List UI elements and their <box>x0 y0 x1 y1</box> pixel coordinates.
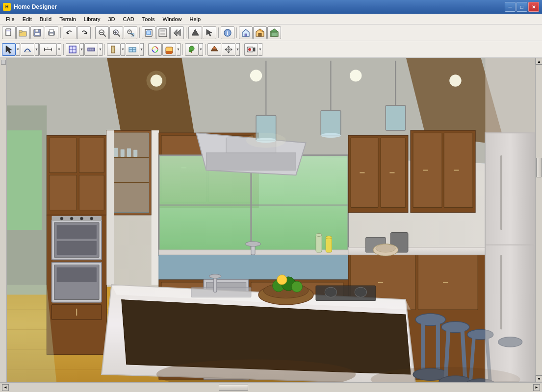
svg-rect-40 <box>271 32 277 36</box>
menu-edit[interactable]: Edit <box>19 15 36 23</box>
svg-text:1': 1' <box>47 47 49 49</box>
measure-dropdown-arrow[interactable]: ▼ <box>57 43 61 56</box>
svg-rect-3 <box>19 30 22 32</box>
save-button[interactable] <box>30 26 44 39</box>
menu-help[interactable]: Help <box>186 15 205 23</box>
open-button[interactable] <box>16 26 30 39</box>
close-button[interactable]: ✕ <box>528 2 539 12</box>
house-front-button[interactable] <box>267 26 281 39</box>
svg-line-19 <box>131 34 133 36</box>
door-button[interactable] <box>107 43 121 56</box>
color-button[interactable] <box>148 43 162 56</box>
door-dropdown-arrow[interactable]: ▼ <box>121 43 125 56</box>
scroll-left-arrow[interactable]: ◄ <box>2 384 9 391</box>
svg-point-218 <box>350 70 361 81</box>
new-button[interactable] <box>2 26 16 39</box>
svg-line-16 <box>118 34 120 36</box>
svg-point-110 <box>80 217 83 220</box>
room-tool-button[interactable] <box>66 43 79 56</box>
menu-build[interactable]: Build <box>36 15 55 23</box>
svg-rect-176 <box>326 238 332 252</box>
arc-dropdown-arrow[interactable]: ▼ <box>35 43 39 56</box>
zoom-box-button[interactable] <box>124 26 137 39</box>
record-button[interactable] <box>244 43 258 56</box>
house-3d-button[interactable] <box>253 26 267 39</box>
paint-dropdown-arrow[interactable]: ▼ <box>177 43 181 56</box>
left-panel-handle[interactable] <box>1 60 6 65</box>
select-button[interactable] <box>2 43 16 56</box>
svg-rect-38 <box>258 33 261 36</box>
svg-rect-35 <box>245 34 247 36</box>
window-dropdown-arrow[interactable]: ▼ <box>140 43 144 56</box>
svg-rect-90 <box>49 138 77 172</box>
svg-point-108 <box>60 217 63 220</box>
print-button[interactable] <box>45 26 58 39</box>
info-button[interactable]: i <box>221 26 234 39</box>
scroll-right-arrow[interactable]: ► <box>533 384 540 391</box>
toolbar-2: ▼ ▼ 1' ▼ ▼ ▼ <box>0 41 542 58</box>
arrow-up2-button[interactable] <box>207 43 221 56</box>
arc-tool-button[interactable] <box>21 43 34 56</box>
separator-tb2-4 <box>182 44 183 55</box>
svg-rect-150 <box>386 105 406 130</box>
wall-dropdown-arrow[interactable]: ▼ <box>99 43 103 56</box>
window-tool-button[interactable] <box>126 43 139 56</box>
terrain-plant-button[interactable] <box>185 43 199 56</box>
measure-button[interactable]: 1' <box>39 43 57 56</box>
arrow-up-button[interactable] <box>188 26 202 39</box>
house-plan-button[interactable] <box>239 26 253 39</box>
svg-point-198 <box>355 287 366 297</box>
move-button[interactable] <box>222 43 235 56</box>
separator-1 <box>60 27 61 38</box>
scroll-thumb[interactable] <box>536 158 542 177</box>
svg-point-217 <box>250 70 262 81</box>
canvas-area[interactable] <box>7 58 535 382</box>
record-dropdown-arrow[interactable]: ▼ <box>258 43 262 56</box>
terrain-dropdown-arrow[interactable]: ▼ <box>199 43 203 56</box>
separator-2 <box>93 27 93 38</box>
zoom-out-button[interactable] <box>95 26 109 39</box>
redo-button[interactable] <box>77 26 91 39</box>
menu-window[interactable]: Window <box>158 15 185 23</box>
zoom-in-button[interactable] <box>109 26 123 39</box>
svg-rect-95 <box>109 133 149 213</box>
cursor-button[interactable] <box>203 26 216 39</box>
wall-tool-button[interactable] <box>84 43 98 56</box>
minimize-button[interactable]: ─ <box>505 2 516 12</box>
separator-tb2-1 <box>63 44 64 55</box>
svg-point-67 <box>189 50 192 52</box>
paint-button[interactable] <box>162 43 176 56</box>
h-scroll-track[interactable] <box>11 384 531 391</box>
svg-line-12 <box>103 34 105 36</box>
menu-tools[interactable]: Tools <box>138 15 159 23</box>
separator-4 <box>186 27 186 38</box>
svg-marker-29 <box>177 29 181 36</box>
svg-text:i: i <box>227 30 229 36</box>
undo-button[interactable] <box>63 26 77 39</box>
scroll-track[interactable] <box>536 65 542 375</box>
svg-rect-106 <box>57 241 97 255</box>
svg-point-109 <box>70 217 73 220</box>
svg-rect-91 <box>79 138 104 172</box>
menu-3d[interactable]: 3D <box>104 15 119 23</box>
h-scroll-thumb[interactable] <box>219 385 248 391</box>
maximize-button[interactable]: □ <box>516 2 527 12</box>
svg-marker-41 <box>270 29 278 32</box>
previous-view-button[interactable] <box>170 26 184 39</box>
scroll-down-arrow[interactable]: ▼ <box>536 375 542 382</box>
zoom-all-button[interactable] <box>156 26 170 39</box>
menu-terrain[interactable]: Terrain <box>55 15 80 23</box>
menu-cad[interactable]: CAD <box>119 15 138 23</box>
room-dropdown-arrow[interactable]: ▼ <box>80 43 84 56</box>
select-dropdown-arrow[interactable]: ▼ <box>16 43 20 56</box>
svg-marker-30 <box>192 29 199 35</box>
menu-file[interactable]: File <box>2 15 19 23</box>
fit-view-button[interactable] <box>142 26 155 39</box>
scroll-up-arrow[interactable]: ▲ <box>536 58 542 65</box>
svg-rect-5 <box>35 29 38 32</box>
move-dropdown-arrow[interactable]: ▼ <box>236 43 240 56</box>
svg-rect-220 <box>485 58 535 382</box>
svg-marker-72 <box>225 48 227 51</box>
menu-library[interactable]: Library <box>80 15 104 23</box>
svg-rect-98 <box>114 148 118 157</box>
